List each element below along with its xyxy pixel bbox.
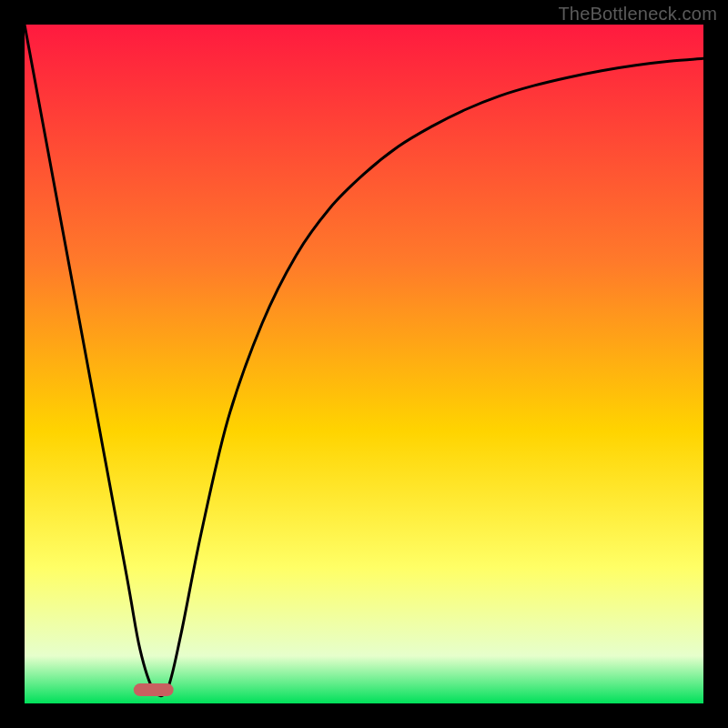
gradient-background (25, 25, 703, 703)
chart-frame: TheBottleneck.com (0, 0, 728, 728)
bottleneck-plot (25, 25, 703, 703)
watermark-text: TheBottleneck.com (558, 4, 717, 25)
